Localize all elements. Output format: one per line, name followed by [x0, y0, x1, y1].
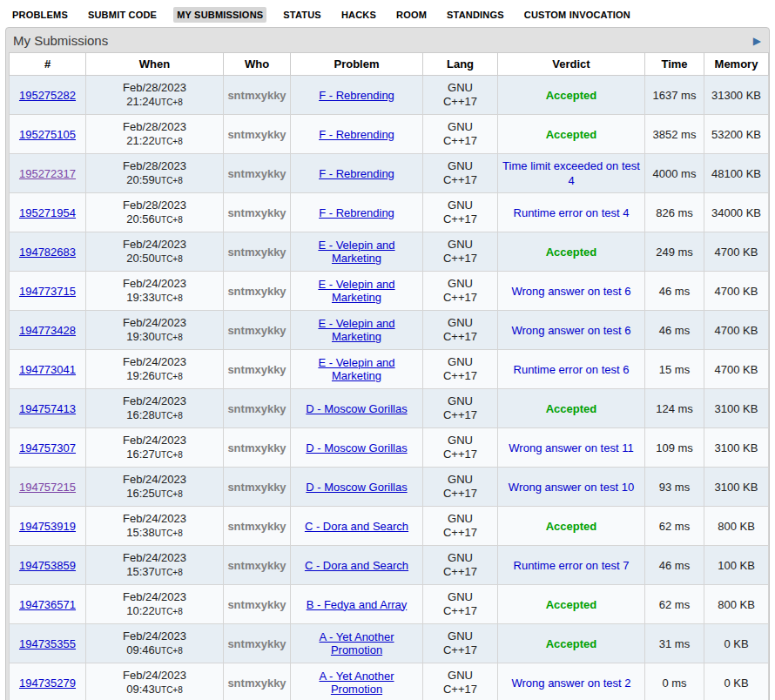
problem-link[interactable]: E - Velepin and Marketing — [318, 317, 394, 343]
problem-link[interactable]: A - Yet Another Promotion — [319, 670, 394, 696]
submission-id-cell: 194773428 — [10, 311, 86, 350]
submission-time: 20:59 — [126, 173, 155, 186]
submission-problem-cell: B - Fedya and Array — [291, 585, 423, 624]
submission-id-link[interactable]: 194735355 — [19, 637, 76, 650]
submission-exec-time: 31 ms — [659, 637, 690, 650]
submission-timezone: UTC+8 — [155, 333, 183, 342]
submission-language: GNU C++17 — [439, 394, 482, 422]
submission-problem-cell: D - Moscow Gorillas — [291, 389, 423, 428]
submission-time-cell: 46 ms — [645, 272, 704, 311]
problem-link[interactable]: F - Rebrending — [319, 167, 394, 180]
submission-timezone: UTC+8 — [155, 528, 183, 538]
problem-link[interactable]: E - Velepin and Marketing — [318, 278, 394, 304]
submission-memory: 34000 KB — [711, 206, 761, 219]
submission-id-link[interactable]: 194753859 — [19, 559, 76, 572]
nav-item-submit-code[interactable]: SUBMIT CODE — [84, 7, 160, 23]
submission-lang-cell: GNU C++17 — [423, 272, 498, 311]
submission-id-link[interactable]: 194735279 — [19, 676, 76, 690]
submission-language: GNU C++17 — [439, 590, 482, 618]
submission-id-link[interactable]: 194782683 — [19, 246, 76, 259]
submission-author: sntmxykky — [227, 676, 286, 690]
submission-lang-cell: GNU C++17 — [423, 428, 498, 468]
submission-exec-time: 62 ms — [659, 520, 690, 533]
submission-time-cell: 46 ms — [645, 546, 704, 585]
submission-language: GNU C++17 — [439, 355, 482, 383]
problem-link[interactable]: E - Velepin and Marketing — [318, 356, 394, 382]
problem-link[interactable]: C - Dora and Search — [305, 559, 408, 572]
problem-link[interactable]: D - Moscow Gorillas — [306, 481, 407, 494]
nav-item-my-submissions[interactable]: MY SUBMISSIONS — [173, 7, 266, 23]
submission-id-link[interactable]: 195272317 — [19, 167, 76, 180]
submission-id-link[interactable]: 194773428 — [19, 324, 76, 337]
submission-who-cell: sntmxykky — [224, 154, 291, 193]
submission-verdict: Wrong answer on test 11 — [509, 441, 633, 454]
submission-memory-cell: 34000 KB — [704, 193, 769, 232]
submission-memory: 800 KB — [718, 520, 755, 533]
submission-id-link[interactable]: 194757307 — [19, 441, 76, 454]
problem-link[interactable]: F - Rebrending — [319, 89, 394, 102]
problem-link[interactable]: F - Rebrending — [319, 206, 394, 219]
submission-exec-time: 109 ms — [656, 441, 693, 454]
submission-problem-cell: F - Rebrending — [291, 193, 423, 232]
submission-id-link[interactable]: 194757215 — [19, 481, 76, 494]
table-header-cell: Problem — [291, 53, 423, 76]
submission-language: GNU C++17 — [439, 120, 482, 148]
problem-link[interactable]: D - Moscow Gorillas — [306, 441, 407, 454]
submission-memory: 53200 KB — [711, 128, 761, 141]
submission-verdict-cell: Time limit exceeded on test 4 — [498, 154, 645, 193]
submission-lang-cell: GNU C++17 — [423, 546, 498, 585]
submission-problem-cell: E - Velepin and Marketing — [291, 311, 423, 350]
submission-verdict-cell: Wrong answer on test 6 — [498, 272, 645, 311]
submission-exec-time: 62 ms — [659, 598, 690, 611]
submission-id-cell: 194757307 — [10, 428, 86, 468]
submission-lang-cell: GNU C++17 — [423, 585, 498, 624]
submission-id-link[interactable]: 195271954 — [19, 206, 76, 219]
submission-id-link[interactable]: 195275105 — [19, 128, 76, 141]
submission-row: 195272317 Feb/28/2023 20:59UTC+8 sntmxyk… — [10, 154, 769, 193]
submission-verdict: Wrong answer on test 10 — [509, 481, 634, 494]
submission-id-link[interactable]: 195275282 — [19, 89, 76, 102]
submission-problem-cell: A - Yet Another Promotion — [291, 663, 423, 700]
submission-who-cell: sntmxykky — [224, 76, 291, 115]
submission-lang-cell: GNU C++17 — [423, 154, 498, 193]
problem-link[interactable]: A - Yet Another Promotion — [319, 630, 394, 656]
submission-time-cell: 62 ms — [645, 585, 704, 624]
nav-item-custom-invocation[interactable]: CUSTOM INVOCATION — [521, 7, 634, 23]
problem-link[interactable]: B - Fedya and Array — [307, 598, 408, 611]
submission-language: GNU C++17 — [439, 277, 482, 305]
submission-date: Feb/28/2023 — [90, 120, 219, 134]
submission-id-link[interactable]: 194773041 — [19, 363, 76, 376]
submission-id-cell: 194736571 — [10, 585, 86, 624]
problem-link[interactable]: E - Velepin and Marketing — [318, 239, 394, 265]
submission-author: sntmxykky — [227, 324, 286, 337]
submission-timezone: UTC+8 — [155, 215, 183, 225]
nav-item-status[interactable]: STATUS — [280, 7, 325, 23]
submission-verdict: Runtime error on test 7 — [514, 559, 630, 572]
expand-arrow-icon[interactable]: ▶ — [753, 36, 761, 46]
submission-exec-time: 15 ms — [659, 363, 690, 376]
submission-id-link[interactable]: 194757413 — [19, 402, 76, 415]
submission-memory-cell: 4700 KB — [704, 311, 769, 350]
submission-id-link[interactable]: 194773715 — [19, 285, 76, 298]
submission-verdict-cell: Accepted — [498, 232, 645, 272]
problem-link[interactable]: D - Moscow Gorillas — [306, 402, 407, 415]
nav-item-problems[interactable]: PROBLEMS — [9, 7, 71, 23]
submission-exec-time: 0 ms — [662, 676, 686, 690]
submission-date: Feb/24/2023 — [90, 238, 219, 252]
submission-id-link[interactable]: 194753919 — [19, 520, 76, 533]
submission-lang-cell: GNU C++17 — [423, 507, 498, 546]
problem-link[interactable]: F - Rebrending — [319, 128, 394, 141]
problem-link[interactable]: C - Dora and Search — [305, 520, 408, 533]
submission-author: sntmxykky — [227, 481, 286, 494]
nav-item-standings[interactable]: STANDINGS — [443, 7, 508, 23]
submission-memory-cell: 3100 KB — [704, 389, 769, 428]
submission-time-cell: 826 ms — [645, 193, 704, 232]
submission-when-cell: Feb/24/2023 09:43UTC+8 — [86, 663, 224, 700]
nav-item-hacks[interactable]: HACKS — [338, 7, 380, 23]
submission-exec-time: 1637 ms — [653, 89, 697, 102]
submission-id-link[interactable]: 194736571 — [19, 598, 76, 611]
submission-language: GNU C++17 — [439, 629, 482, 657]
nav-item-room[interactable]: ROOM — [393, 7, 430, 23]
submission-memory-cell: 4700 KB — [704, 272, 769, 311]
submission-problem-cell: C - Dora and Search — [291, 507, 423, 546]
